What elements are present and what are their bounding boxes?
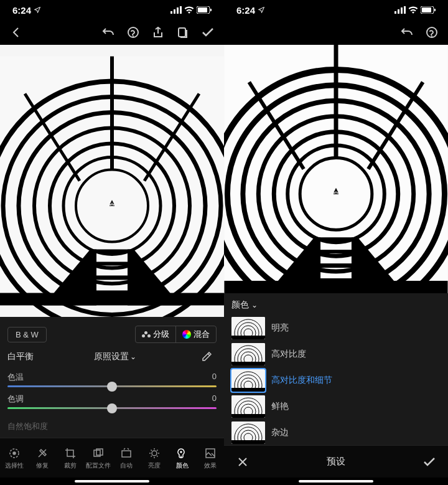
location-icon [258, 6, 265, 14]
preset-name: 鲜艳 [271, 401, 289, 412]
svg-rect-36 [404, 6, 406, 14]
svg-rect-24 [0, 293, 224, 306]
svg-rect-22 [81, 276, 143, 280]
eyedropper-button[interactable] [197, 347, 217, 367]
preset-panel: 颜色⌄ 明亮高对比度高对比度和细节鲜艳杂边 [224, 293, 448, 445]
svg-rect-1 [174, 9, 175, 14]
svg-rect-80 [231, 414, 265, 418]
signal-icon [394, 6, 406, 14]
tab-crop[interactable]: 裁剪 [56, 438, 84, 478]
photo-canvas[interactable] [224, 45, 448, 293]
preset-item[interactable]: 明亮 [231, 316, 441, 341]
share-button[interactable] [148, 22, 168, 42]
close-button[interactable] [233, 452, 253, 472]
undo-button[interactable] [397, 22, 417, 42]
preset-category-dropdown[interactable]: 颜色⌄ [231, 299, 441, 311]
tab-light[interactable]: 亮度 [140, 438, 168, 478]
preset-thumb [231, 343, 265, 365]
help-button[interactable] [123, 22, 143, 42]
home-indicator[interactable] [224, 478, 448, 485]
svg-rect-53 [310, 250, 362, 253]
svg-rect-20 [90, 250, 134, 253]
help-button[interactable] [422, 22, 442, 42]
svg-rect-54 [305, 263, 367, 268]
svg-rect-8 [179, 28, 185, 37]
preset-name: 杂边 [271, 427, 289, 438]
svg-rect-6 [210, 9, 212, 11]
white-balance-dropdown[interactable]: 原照设置⌄ [94, 351, 136, 362]
temp-value: 0 [212, 372, 217, 383]
svg-rect-38 [422, 7, 431, 12]
preset-name: 明亮 [271, 323, 289, 334]
top-toolbar [224, 20, 448, 45]
svg-rect-21 [86, 262, 138, 266]
temp-slider[interactable] [7, 385, 217, 387]
tint-slider[interactable] [7, 407, 217, 409]
preset-thumb [231, 395, 265, 418]
wifi-icon [408, 6, 418, 14]
preset-bottom-bar: 预设 [224, 445, 448, 478]
svg-rect-29 [122, 451, 131, 457]
svg-rect-52 [314, 237, 358, 241]
preset-thumb [231, 369, 265, 392]
battery-icon [197, 6, 212, 14]
svg-rect-35 [401, 7, 403, 14]
signal-icon [170, 6, 182, 14]
tab-selective[interactable]: 选择性 [0, 438, 28, 478]
preset-item[interactable]: 杂边 [231, 420, 441, 445]
tab-auto[interactable]: 自动 [112, 438, 140, 478]
wifi-icon [184, 6, 194, 14]
white-balance-label: 白平衡 [7, 351, 34, 362]
tint-label: 色调 [7, 393, 24, 405]
tab-color[interactable]: 颜色 [168, 438, 196, 478]
preset-thumb [231, 317, 265, 339]
back-button[interactable] [6, 22, 26, 42]
svg-rect-5 [198, 7, 207, 12]
home-indicator[interactable] [0, 478, 224, 485]
confirm-button[interactable] [198, 22, 218, 42]
svg-rect-74 [231, 388, 265, 392]
svg-rect-2 [177, 7, 179, 14]
svg-rect-39 [434, 9, 436, 11]
temp-label: 色温 [7, 372, 24, 383]
svg-point-26 [13, 452, 16, 454]
svg-rect-34 [398, 9, 399, 14]
preset-thumb [231, 421, 265, 444]
preset-title: 预设 [253, 456, 419, 468]
preset-item[interactable]: 鲜艳 [231, 394, 441, 419]
status-bar: 6:24 [224, 0, 448, 20]
preset-name: 高对比度和细节 [271, 375, 332, 386]
svg-rect-68 [231, 362, 265, 365]
preset-item[interactable]: 高对比度 [231, 342, 441, 367]
svg-point-31 [180, 451, 182, 453]
svg-point-30 [152, 451, 157, 456]
tab-profiles[interactable]: 配置文件 [84, 438, 112, 478]
top-toolbar [0, 20, 224, 45]
color-controls-panel: B & W 分级 混合 白平衡 原照设置⌄ 色温 0 [0, 317, 224, 438]
bw-toggle[interactable]: B & W [7, 327, 47, 342]
svg-rect-0 [170, 11, 172, 14]
bottom-tab-bar: 选择性 修复 裁剪 配置文件 自动 亮度 颜色 效果 [0, 438, 224, 478]
status-bar: 6:24 [0, 0, 224, 20]
svg-rect-86 [231, 440, 265, 444]
photo-canvas[interactable] [0, 45, 224, 317]
status-time: 6:24 [236, 5, 255, 16]
svg-rect-33 [394, 11, 396, 14]
tab-heal[interactable]: 修复 [28, 438, 56, 478]
undo-button[interactable] [98, 22, 118, 42]
grading-button[interactable]: 分级 [136, 326, 176, 342]
photo-content [224, 45, 448, 293]
mix-button[interactable]: 混合 [176, 326, 216, 342]
location-icon [34, 6, 41, 14]
screen-right-presets: 6:24 [224, 0, 448, 485]
photo-content [0, 45, 224, 317]
preset-item[interactable]: 高对比度和细节 [231, 368, 441, 393]
screen-left-edit: 6:24 [0, 0, 224, 485]
svg-rect-3 [180, 6, 182, 14]
svg-rect-56 [224, 281, 447, 293]
tab-effects[interactable]: 效果 [196, 438, 224, 478]
apply-button[interactable] [419, 452, 439, 472]
svg-rect-62 [231, 336, 265, 339]
preset-name: 高对比度 [271, 349, 306, 360]
info-button[interactable] [173, 22, 193, 42]
